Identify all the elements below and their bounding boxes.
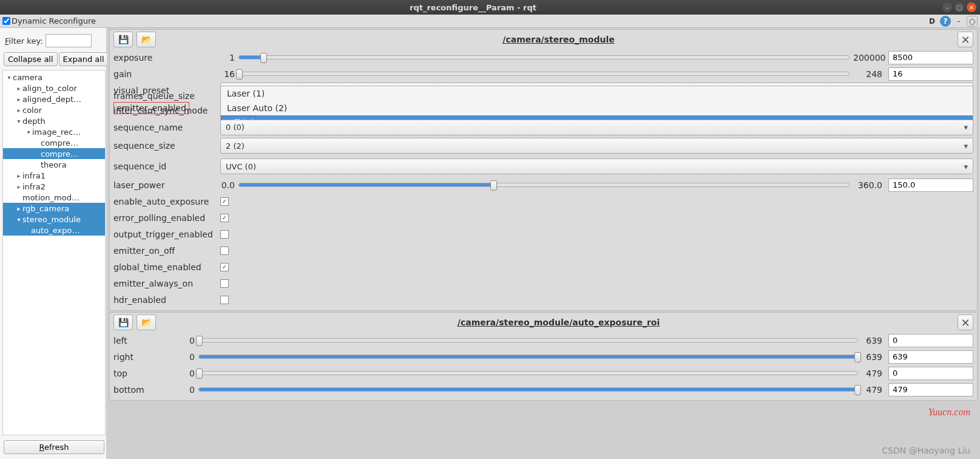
tree-node-auto-expo[interactable]: auto_expo… bbox=[3, 225, 105, 236]
save-icon-2[interactable]: 💾 bbox=[113, 314, 133, 330]
tree-node-camera[interactable]: ▾camera bbox=[3, 72, 105, 83]
window-maximize-button[interactable]: ▢ bbox=[955, 2, 964, 12]
dynamic-reconfigure-label: Dynamic Reconfigure bbox=[12, 16, 96, 25]
row-emitter-always: emitter_always_on bbox=[110, 275, 977, 291]
row-sequence-name: sequence_name 0 (0) bbox=[110, 119, 977, 135]
exposure-input[interactable] bbox=[888, 51, 973, 64]
global-time-checkbox[interactable]: ✓ bbox=[220, 263, 229, 271]
panel2-close-button[interactable]: ✕ bbox=[958, 314, 973, 330]
tree-node-aligned-depth[interactable]: ▸aligned_dept… bbox=[3, 93, 105, 104]
bottom-slider[interactable] bbox=[198, 387, 858, 392]
panel1-title: /camera/stereo_module bbox=[160, 35, 958, 44]
row-hdr-enabled: hdr_enabled bbox=[110, 291, 977, 308]
help-icon[interactable]: ? bbox=[940, 16, 951, 27]
filter-label: Filter key: bbox=[5, 36, 43, 46]
node-tree[interactable]: ▾camera ▸align_to_color ▸aligned_dept… ▸… bbox=[2, 70, 106, 435]
row-enable-auto-exposure: enable_auto_exposure ✓ bbox=[110, 193, 977, 209]
row-output-trigger: output_trigger_enabled bbox=[110, 226, 977, 242]
toolbar-close-button[interactable]: ○ bbox=[967, 16, 978, 27]
sequence-name-select[interactable]: 0 (0) bbox=[220, 120, 973, 135]
tree-node-infra2[interactable]: ▸infra2 bbox=[3, 181, 105, 192]
laser-power-slider[interactable] bbox=[238, 183, 850, 187]
panel2-title: /camera/stereo_module/auto_exposure_roi bbox=[160, 318, 958, 327]
exposure-label: exposure bbox=[113, 53, 220, 63]
tree-node-stereo-module[interactable]: ▾stereo_module bbox=[3, 214, 105, 225]
emitter-always-checkbox[interactable] bbox=[220, 279, 229, 288]
tree-node-theora[interactable]: theora bbox=[3, 159, 105, 170]
laser-power-input[interactable] bbox=[888, 178, 973, 192]
window-titlebar: rqt_reconfigure__Param - rqt – ▢ ✕ bbox=[0, 0, 980, 15]
left-input[interactable] bbox=[888, 334, 973, 347]
sidebar: Filter key: Collapse all Expand all ▾cam… bbox=[0, 28, 107, 459]
row-left: left 0 639 bbox=[110, 332, 977, 348]
expand-all-button[interactable]: Expand all bbox=[59, 52, 109, 66]
enable-auto-exposure-checkbox[interactable]: ✓ bbox=[220, 197, 229, 206]
left-slider[interactable] bbox=[198, 338, 858, 342]
row-emitter-on-off: emitter_on_off bbox=[110, 242, 977, 259]
open-icon[interactable]: 📂 bbox=[137, 32, 156, 47]
row-sequence-id: sequence_id UVC (0) bbox=[110, 156, 977, 177]
tree-node-depth[interactable]: ▾depth bbox=[3, 115, 105, 126]
refresh-button[interactable]: Refresh bbox=[4, 440, 104, 454]
exposure-slider[interactable] bbox=[238, 55, 850, 59]
row-exposure: exposure 1 200000 bbox=[110, 49, 977, 66]
hdr-enabled-checkbox[interactable] bbox=[220, 296, 229, 304]
content-area: 💾 📂 /camera/stereo_module ✕ exposure 1 2… bbox=[107, 28, 980, 459]
window-title: rqt_reconfigure__Param - rqt bbox=[4, 3, 942, 12]
row-laser-power: laser_power 0.0 360.0 bbox=[110, 177, 977, 193]
row-sequence-size: sequence_size 2 (2) bbox=[110, 135, 977, 156]
tree-node-image-rec[interactable]: ▾image_rec… bbox=[3, 126, 105, 137]
sequence-id-label: sequence_id bbox=[113, 162, 220, 171]
emitter-enabled-label: emitter_enabled bbox=[113, 102, 189, 114]
sequence-name-label: sequence_name bbox=[113, 123, 220, 132]
tree-node-align-to-color[interactable]: ▸align_to_color bbox=[3, 83, 105, 93]
tree-node-infra1[interactable]: ▸infra1 bbox=[3, 170, 105, 181]
gain-label: gain bbox=[113, 69, 220, 79]
top-slider[interactable] bbox=[198, 371, 858, 375]
dynamic-reconfigure-checkbox[interactable] bbox=[2, 17, 10, 25]
window-minimize-button[interactable]: – bbox=[942, 2, 952, 12]
window-close-button[interactable]: ✕ bbox=[967, 2, 976, 12]
dd-opt-laser-auto[interactable]: Laser Auto (2) bbox=[221, 101, 973, 115]
right-input[interactable] bbox=[888, 350, 973, 364]
tree-node-compre-2[interactable]: compre… bbox=[3, 148, 105, 159]
right-slider[interactable] bbox=[198, 355, 858, 359]
sequence-size-select[interactable]: 2 (2) bbox=[220, 138, 973, 154]
row-bottom: bottom 0 479 bbox=[110, 381, 977, 398]
bottom-input[interactable] bbox=[888, 383, 973, 396]
collapse-all-button[interactable]: Collapse all bbox=[4, 52, 58, 66]
app-toolbar: Dynamic Reconfigure D ? - ○ bbox=[0, 15, 980, 28]
tree-node-rgb-camera[interactable]: ▸rgb_camera bbox=[3, 203, 105, 214]
panel1-close-button[interactable]: ✕ bbox=[958, 32, 973, 47]
output-trigger-checkbox[interactable] bbox=[220, 230, 229, 239]
tree-node-motion-mod[interactable]: motion_mod… bbox=[3, 192, 105, 203]
row-gain: gain 16 248 bbox=[110, 66, 977, 82]
emitter-on-off-checkbox[interactable] bbox=[220, 246, 229, 255]
row-emitter-enabled: emitter_enabled Laser (1) Laser Auto (2)… bbox=[110, 98, 977, 117]
toolbar-minus-button[interactable]: - bbox=[953, 16, 964, 27]
row-right: right 0 639 bbox=[110, 348, 977, 365]
tree-node-compre-1[interactable]: compre… bbox=[3, 137, 105, 148]
laser-power-label: laser_power bbox=[113, 180, 220, 190]
top-input[interactable] bbox=[888, 367, 973, 380]
sequence-id-select[interactable]: UVC (0) bbox=[220, 158, 973, 174]
panel-stereo-module: 💾 📂 /camera/stereo_module ✕ exposure 1 2… bbox=[109, 29, 978, 311]
save-icon[interactable]: 💾 bbox=[113, 32, 133, 47]
visual-preset-label: visual_preset bbox=[113, 86, 220, 95]
dd-opt-laser[interactable]: Laser (1) bbox=[221, 86, 973, 101]
gain-slider[interactable] bbox=[238, 72, 850, 76]
row-top: top 0 479 bbox=[110, 365, 977, 381]
filter-input[interactable] bbox=[46, 34, 92, 47]
open-icon-2[interactable]: 📂 bbox=[137, 314, 156, 330]
tree-node-color[interactable]: ▸color bbox=[3, 104, 105, 115]
panel-auto-exposure-roi: 💾 📂 /camera/stereo_module/auto_exposure_… bbox=[109, 312, 978, 401]
d-icon[interactable]: D bbox=[927, 16, 938, 27]
sequence-size-label: sequence_size bbox=[113, 141, 220, 151]
error-polling-checkbox[interactable]: ✓ bbox=[220, 214, 229, 222]
gain-input[interactable] bbox=[888, 67, 973, 81]
row-global-time: global_time_enabled ✓ bbox=[110, 259, 977, 275]
row-error-polling: error_polling_enabled ✓ bbox=[110, 209, 977, 226]
